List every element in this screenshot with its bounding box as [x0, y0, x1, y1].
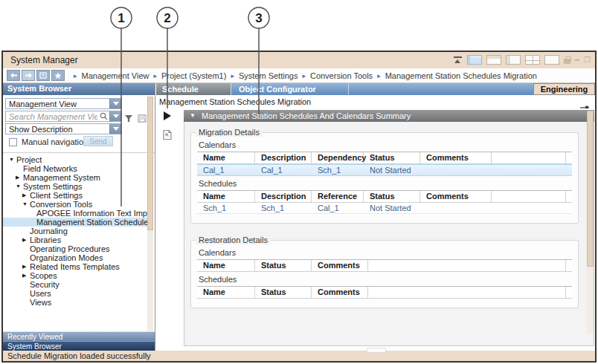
column-header[interactable]: Name [197, 191, 255, 202]
table-row[interactable]: Cal_1Cal_1Sch_1Not Started [197, 164, 572, 176]
tree-expander-icon[interactable]: ▶ [22, 191, 30, 200]
back-button[interactable] [7, 70, 20, 81]
tree-item[interactable]: ▶Related Items Templates [3, 262, 149, 271]
breadcrumb-item[interactable]: Conversion Tools [310, 71, 373, 80]
content-scrollbar[interactable] [587, 111, 594, 334]
tree-expander-icon[interactable]: ▶ [22, 271, 30, 280]
breadcrumb-item[interactable]: System Settings [239, 71, 298, 80]
tree-item[interactable]: Management Station Schedules Migration [3, 218, 149, 227]
tree-item[interactable]: ▶Libraries [3, 235, 149, 244]
system-browser-bar[interactable]: System Browser [3, 341, 155, 351]
tree-scrollbar[interactable] [147, 97, 153, 331]
column-header-filler [566, 260, 575, 271]
restore-icon[interactable]: ❐ [584, 55, 591, 65]
table-header-row: NameStatusComments [197, 259, 572, 272]
tab-engineering-mode[interactable]: Engineering [533, 83, 595, 95]
breadcrumb: ▸Management View▸Project (System1)▸Syste… [65, 71, 537, 80]
layout-split-top-icon[interactable] [486, 55, 501, 65]
breadcrumb-item[interactable]: Project (System1) [161, 71, 226, 80]
tree-item[interactable]: ▼Conversion Tools [3, 200, 149, 209]
column-header[interactable]: Status [364, 191, 420, 202]
column-header[interactable]: Comments [312, 260, 368, 271]
report-document-icon[interactable] [161, 129, 173, 143]
breadcrumb-item[interactable]: Management View [82, 71, 150, 80]
column-header[interactable]: Reference [312, 191, 364, 202]
chevron-down-icon[interactable] [109, 99, 121, 108]
chevron-down-icon[interactable] [109, 111, 121, 121]
callout-number-3: 3 [255, 11, 262, 25]
layout-grid-icon[interactable] [525, 55, 540, 65]
tree-expander-icon[interactable]: ▼ [16, 182, 23, 191]
column-header[interactable]: Status [255, 260, 312, 271]
tree-item[interactable]: Security [3, 280, 149, 289]
column-header[interactable]: Comments [312, 287, 368, 298]
lock-icon[interactable] [564, 56, 570, 64]
send-button[interactable]: Send [83, 136, 113, 146]
layout-split-left-icon[interactable] [506, 55, 521, 65]
breadcrumb-item[interactable]: Management Station Schedules Migration [385, 71, 537, 80]
summary-section-header[interactable]: ▼ Management Station Schedules And Calen… [184, 110, 594, 122]
layout-quad-icon[interactable] [467, 55, 482, 65]
display-selector[interactable]: Show Description [5, 123, 122, 134]
search-icon[interactable] [97, 111, 109, 121]
tree-item[interactable]: ▶Scopes [3, 271, 149, 280]
table-cell: Sch_1 [197, 203, 255, 213]
breadcrumb-separator: ▸ [377, 72, 381, 79]
tree-item[interactable]: ▶Client Settings [3, 191, 149, 200]
layout-single-icon[interactable] [544, 55, 559, 65]
tree-item-label: Security [30, 280, 60, 289]
table-row[interactable]: Sch_1Sch_1Cal_1Not Started [197, 203, 572, 214]
tree-item[interactable]: APOGEE Information Text Importer [3, 209, 149, 218]
column-header[interactable]: Name [197, 152, 255, 163]
content-scrollbar-thumb[interactable] [587, 111, 594, 267]
tree-item[interactable]: Field Networks [3, 164, 149, 173]
tree-item[interactable]: ▶Management System [3, 173, 149, 182]
column-header[interactable]: Name [197, 260, 255, 271]
tree-item[interactable]: Users [3, 289, 149, 298]
tree-expander-icon[interactable]: ▶ [22, 235, 30, 244]
history-window-icon[interactable] [36, 70, 50, 81]
minimize-icon[interactable]: ━ [575, 55, 579, 65]
column-header[interactable]: Comments [420, 191, 492, 202]
column-header[interactable]: Status [364, 152, 420, 163]
search-input[interactable]: Search Management View [5, 111, 122, 122]
system-manager-window: System Manager ━ ❐ [1, 51, 597, 363]
save-icon[interactable] [138, 112, 147, 126]
collapse-top-icon[interactable] [453, 55, 463, 65]
tree-item[interactable]: ▼System Settings [3, 182, 149, 191]
tree-expander-icon[interactable]: ▶ [22, 262, 30, 271]
restoration-details-label: Restoration Details [196, 235, 271, 244]
column-header-filler [566, 287, 575, 298]
tab-object-configurator[interactable]: Object Configurator [231, 83, 348, 95]
view-selector[interactable]: Management View [5, 98, 122, 109]
main-area: System Browser Management View Search Ma… [3, 83, 595, 351]
column-header[interactable]: Dependency [312, 152, 364, 163]
tree-item[interactable]: Journaling [3, 227, 149, 235]
tree-scrollbar-thumb[interactable] [147, 97, 153, 230]
collapse-chevron-icon[interactable]: ▼ [190, 110, 196, 122]
tab-schedule-migration[interactable]: Schedule Migration [156, 83, 231, 95]
tree-expander-icon[interactable]: ▼ [9, 155, 16, 164]
column-header[interactable]: Comments [420, 152, 492, 163]
tree-expander-icon[interactable]: ▶ [16, 173, 23, 182]
recently-viewed-bar[interactable]: Recently Viewed [3, 331, 155, 341]
tree-item[interactable]: Organization Modes [3, 253, 149, 262]
favorites-star-icon[interactable] [51, 70, 65, 81]
tree-item[interactable]: Operating Procedures [3, 244, 149, 253]
calendars-label: Calendars [199, 140, 572, 149]
tree-item[interactable]: ▼Project [3, 155, 149, 164]
tree-item-label: Related Items Templates [30, 262, 120, 271]
column-header[interactable]: Status [255, 287, 312, 298]
manual-navigation-checkbox[interactable] [9, 138, 17, 146]
column-header[interactable]: Name [197, 287, 255, 298]
chevron-down-icon[interactable] [109, 124, 121, 134]
breadcrumb-bar: ▸Management View▸Project (System1)▸Syste… [3, 68, 595, 83]
tree-item[interactable]: Views [3, 298, 149, 307]
filter-icon[interactable] [124, 112, 133, 126]
horizontal-scrollbar-thumb[interactable] [367, 348, 386, 353]
tree-expander-icon[interactable]: ▼ [22, 200, 30, 209]
forward-button[interactable] [22, 70, 35, 81]
run-migration-icon[interactable] [164, 111, 171, 120]
column-header[interactable]: Description [255, 152, 312, 163]
column-header[interactable]: Description [255, 191, 312, 202]
